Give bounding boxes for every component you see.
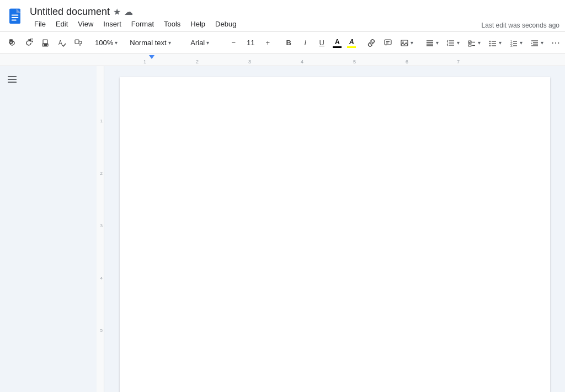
svg-point-31 — [489, 42, 491, 44]
svg-rect-4 — [12, 14, 19, 15]
bold-button[interactable]: B — [281, 35, 296, 51]
text-color-bar — [333, 46, 342, 48]
numbered-list-dropdown[interactable]: 1. 2. 3. ▾ — [506, 37, 526, 49]
ruler-triangle[interactable] — [149, 55, 154, 59]
text-color-button[interactable]: A — [331, 35, 344, 51]
svg-rect-1 — [9, 8, 20, 23]
link-button[interactable] — [364, 35, 379, 51]
svg-rect-13 — [385, 40, 391, 45]
app-icon — [6, 8, 25, 28]
font-size-decrease-button[interactable]: − — [226, 35, 241, 51]
highlight-color-bar — [347, 46, 356, 48]
left-ruler: 1 2 3 4 5 — [97, 66, 104, 392]
svg-rect-47 — [8, 82, 17, 83]
menu-tools[interactable]: Tools — [159, 19, 185, 29]
svg-rect-5 — [12, 17, 19, 18]
indent-dropdown[interactable]: ▾ — [527, 37, 547, 49]
paragraph-style-arrow: ▾ — [168, 40, 171, 46]
svg-rect-46 — [8, 79, 17, 80]
menu-debug[interactable]: Debug — [211, 19, 241, 29]
title-bar: Untitled document ★ ☁ File Edit View Ins… — [0, 0, 565, 32]
cloud-icon[interactable]: ☁ — [124, 7, 133, 17]
underline-button[interactable]: U — [314, 35, 329, 51]
svg-point-10 — [47, 44, 48, 45]
svg-rect-6 — [12, 19, 17, 20]
svg-rect-8 — [43, 40, 47, 44]
toolbar: A 100% ▾ Normal text ▾ Arial ▾ − + B — [0, 32, 565, 54]
menu-bar: File Edit View Insert Format Tools Help … — [30, 19, 476, 29]
zoom-dropdown[interactable]: 100% ▾ — [92, 37, 121, 49]
sidebar — [0, 66, 97, 392]
comment-button[interactable] — [380, 35, 396, 51]
menu-file[interactable]: File — [30, 19, 50, 29]
redo-button[interactable] — [21, 35, 36, 51]
bullet-list-dropdown[interactable]: ▾ — [485, 37, 505, 49]
last-edit-status: Last edit was seconds ago — [482, 22, 559, 31]
svg-text:3.: 3. — [510, 44, 513, 47]
font-family-arrow: ▾ — [206, 40, 209, 46]
checklist-dropdown[interactable]: ▾ — [464, 37, 484, 49]
paragraph-style-dropdown[interactable]: Normal text ▾ — [126, 37, 182, 49]
font-family-dropdown[interactable]: Arial ▾ — [187, 37, 220, 49]
undo-button[interactable] — [4, 35, 20, 51]
doc-title[interactable]: Untitled document — [30, 6, 110, 18]
paint-format-button[interactable] — [71, 35, 86, 51]
svg-rect-9 — [44, 44, 47, 46]
main-area: 1 2 3 4 5 — [0, 66, 565, 392]
spellcheck-button[interactable]: A — [54, 35, 70, 51]
image-dropdown[interactable]: ▾ — [397, 37, 417, 49]
svg-point-17 — [403, 41, 404, 42]
more-options-button[interactable]: ⋯ — [548, 35, 563, 51]
svg-rect-27 — [468, 45, 471, 46]
align-dropdown[interactable]: ▾ — [422, 37, 442, 49]
title-section: Untitled document ★ ☁ File Edit View Ins… — [30, 6, 476, 29]
italic-button[interactable]: I — [297, 35, 313, 51]
svg-text:A: A — [58, 40, 62, 46]
star-icon[interactable]: ★ — [113, 7, 121, 17]
ruler: 1 2 3 4 5 6 7 — [0, 54, 565, 66]
font-size-increase-button[interactable]: + — [260, 35, 275, 51]
doc-title-row: Untitled document ★ ☁ — [30, 6, 476, 18]
canvas-area[interactable] — [104, 66, 565, 392]
svg-point-29 — [489, 40, 491, 41]
font-family-value: Arial — [190, 39, 205, 47]
zoom-arrow: ▾ — [115, 40, 118, 46]
svg-rect-12 — [75, 40, 79, 44]
outline-toggle-button[interactable] — [7, 74, 18, 88]
menu-edit[interactable]: Edit — [51, 19, 72, 29]
svg-rect-45 — [8, 76, 17, 77]
zoom-value: 100% — [95, 39, 113, 47]
menu-insert[interactable]: Insert — [99, 19, 126, 29]
paragraph-style-value: Normal text — [130, 39, 166, 47]
document-page[interactable] — [120, 77, 550, 392]
svg-point-33 — [489, 45, 491, 46]
print-button[interactable] — [38, 35, 53, 51]
font-size-input[interactable] — [242, 39, 259, 47]
menu-format[interactable]: Format — [127, 19, 158, 29]
highlight-color-button[interactable]: A — [345, 35, 358, 51]
line-spacing-dropdown[interactable]: ▾ — [443, 37, 463, 49]
ruler-bar: 1 2 3 4 5 6 7 — [99, 54, 565, 66]
menu-help[interactable]: Help — [186, 19, 210, 29]
menu-view[interactable]: View — [73, 19, 98, 29]
